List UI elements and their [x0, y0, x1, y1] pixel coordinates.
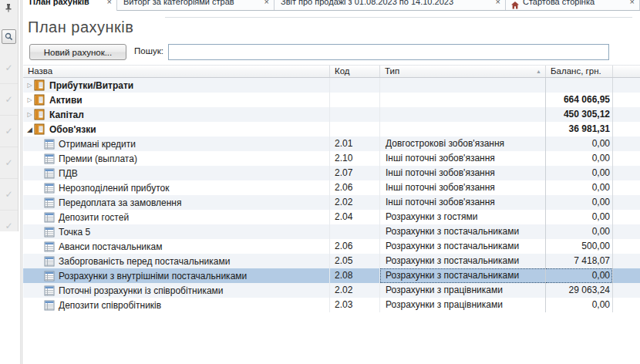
- filler-cell: [613, 283, 640, 298]
- table-row[interactable]: Заборгованість перед постачальниками 2.0…: [23, 254, 640, 268]
- table-row[interactable]: ПДВ 2.07 Інші поточні зобов'язання 0,00: [23, 166, 640, 180]
- close-icon[interactable]: ×: [496, 0, 500, 7]
- close-icon[interactable]: ×: [107, 0, 112, 7]
- magnifier-icon: [5, 30, 13, 44]
- account-code: [330, 107, 380, 122]
- name-cell: Передоплата за замовлення: [23, 195, 330, 210]
- account-name: Отримані кредити: [59, 137, 136, 151]
- account-type: [380, 122, 546, 136]
- filler-cell: [613, 151, 640, 166]
- page-title: План рахунків: [28, 19, 133, 36]
- account-type: [380, 107, 546, 122]
- account-type: [380, 78, 546, 93]
- account-balance: 0,00: [546, 180, 613, 195]
- account-code: 2.10: [330, 151, 380, 166]
- table-row[interactable]: Премии (выплата) 2.10 Інші поточні зобов…: [23, 151, 640, 166]
- tab[interactable]: Стартова сторінка ×: [506, 0, 640, 10]
- filler-cell: [613, 107, 640, 122]
- table-row[interactable]: ▷ Прибутки/Витрати: [23, 78, 640, 93]
- account-type: Довгострокові зобов'язання: [380, 136, 546, 151]
- table-sheet-icon: [44, 197, 55, 208]
- account-type: Інші поточні зобов'язання: [380, 166, 546, 180]
- check-icon: ✓: [0, 52, 18, 83]
- tab[interactable]: План рахунків ×: [23, 0, 117, 11]
- table-row[interactable]: ◢ Обов'язки 36 981,31: [23, 122, 640, 136]
- table-row[interactable]: Аванси постачальникам 2.06 Розрахунки з …: [23, 239, 640, 254]
- account-name: Прибутки/Витрати: [49, 79, 133, 93]
- table-row[interactable]: Точка 5 Розрахунки з постачальниками 0,0…: [23, 224, 640, 239]
- new-account-button[interactable]: Новий рахунок...: [29, 44, 126, 60]
- account-name: Депозити співробітників: [59, 298, 161, 312]
- search-input[interactable]: [168, 44, 609, 60]
- table-row[interactable]: Депозити гостей 2.04 Розрахунки з гостям…: [23, 210, 640, 224]
- account-code: [330, 93, 380, 107]
- name-cell: Отримані кредити: [23, 136, 330, 151]
- name-cell: Депозити співробітників: [23, 298, 330, 312]
- filler-cell: [613, 298, 640, 312]
- book-icon: [34, 123, 45, 135]
- expander-icon[interactable]: ◢: [25, 123, 34, 136]
- filler-cell: [613, 136, 640, 151]
- expander-icon[interactable]: ▷: [25, 108, 34, 122]
- name-cell: Точка 5: [23, 224, 330, 239]
- table-row[interactable]: Отримані кредити 2.01 Довгострокові зобо…: [23, 136, 640, 151]
- account-name: Капітал: [49, 108, 84, 122]
- account-name: Активи: [49, 93, 83, 107]
- name-cell: Поточні розрахунки із співробітниками: [23, 283, 330, 298]
- name-cell: Аванси постачальникам: [23, 239, 330, 254]
- close-icon[interactable]: ×: [630, 0, 635, 7]
- tab-bar: План рахунків × Виторг за категоріями ст…: [23, 0, 640, 11]
- account-name: Заборгованість перед постачальниками: [59, 254, 230, 268]
- account-balance: 500,00: [546, 239, 613, 254]
- account-balance: 0,00: [546, 195, 613, 210]
- expander-icon[interactable]: ▷: [25, 79, 34, 93]
- filler-cell: [613, 122, 640, 136]
- account-type: Розрахунки з постачальниками: [380, 224, 546, 239]
- account-code: 2.06: [330, 239, 380, 254]
- account-type: Інші поточні зобов'язання: [380, 195, 546, 210]
- table-row[interactable]: Поточні розрахунки із співробітниками 2.…: [23, 283, 640, 298]
- account-code: 2.06: [330, 180, 380, 195]
- close-icon[interactable]: ×: [264, 0, 269, 7]
- account-code: 2.04: [330, 210, 380, 224]
- account-code: 2.08: [330, 268, 380, 283]
- filler-cell: [613, 224, 640, 239]
- tab[interactable]: Звіт про продажі з 01.08.2023 по 14.10.2…: [275, 0, 506, 10]
- account-type: Розрахунки з працівниками: [380, 283, 546, 298]
- table-sheet-icon: [44, 300, 55, 311]
- expander-icon[interactable]: ▷: [25, 93, 34, 107]
- tab[interactable]: Виторг за категоріями страв ×: [117, 0, 275, 10]
- account-type: Розрахунки з постачальниками: [380, 254, 546, 268]
- column-header-code[interactable]: Код: [330, 66, 380, 77]
- table-row[interactable]: Нерозподілений прибуток 2.06 Інші поточн…: [23, 180, 640, 195]
- column-header-type-label: Тип: [385, 66, 399, 77]
- column-header-type[interactable]: Тип ▲: [380, 66, 546, 77]
- account-name: Аванси постачальникам: [59, 240, 162, 254]
- account-balance: 7 418,07: [546, 254, 613, 268]
- table-row[interactable]: ▷ Активи 664 066,95: [23, 93, 640, 107]
- table-row[interactable]: ▷ Капітал 450 305,12: [23, 107, 640, 122]
- filler-cell: [613, 254, 640, 268]
- tab-label: План рахунків: [29, 0, 89, 7]
- home-icon: [511, 0, 519, 10]
- name-cell: Нерозподілений прибуток: [23, 180, 330, 195]
- filler-cell: [613, 195, 640, 210]
- name-cell: ◢ Обов'язки: [23, 122, 330, 136]
- table-body: ▷ Прибутки/Витрати ▷: [23, 78, 640, 312]
- filler-cell: [613, 166, 640, 180]
- table-sheet-icon: [44, 212, 55, 223]
- column-header-name[interactable]: Назва: [23, 66, 330, 77]
- column-header-balance[interactable]: Баланс, грн.: [546, 66, 613, 77]
- divider: [20, 0, 21, 364]
- search-panel-button[interactable]: [2, 29, 16, 44]
- account-name: Розрахунки з внутрішніми постачальниками: [59, 269, 247, 283]
- table-row[interactable]: Депозити співробітників 2.03 Розрахунки …: [23, 298, 640, 312]
- table-sheet-icon: [44, 139, 55, 150]
- table-row[interactable]: Передоплата за замовлення 2.02 Інші пото…: [23, 195, 640, 210]
- table-sheet-icon: [44, 227, 55, 238]
- table-row[interactable]: Розрахунки з внутрішніми постачальниками…: [23, 268, 640, 283]
- account-balance: 0,00: [546, 224, 613, 239]
- name-cell: ПДВ: [23, 166, 330, 180]
- pin-icon[interactable]: [4, 2, 13, 11]
- account-balance: 0,00: [546, 268, 613, 283]
